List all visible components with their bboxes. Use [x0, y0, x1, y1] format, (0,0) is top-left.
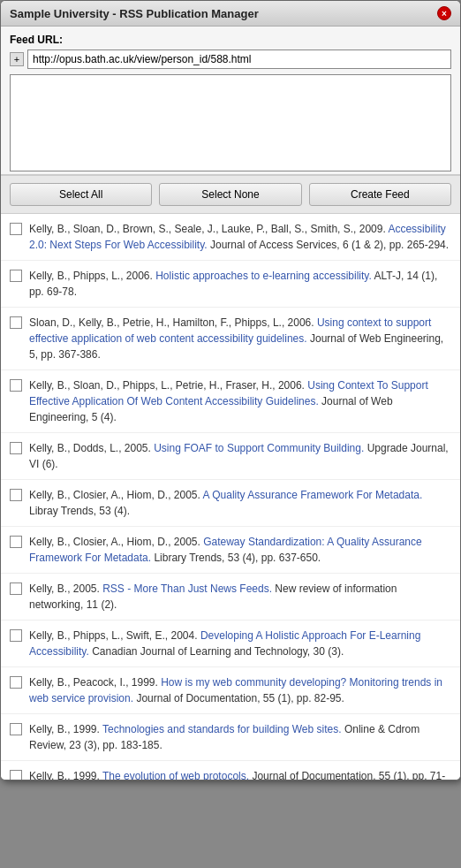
list-item: Kelly, B., Phipps, L., 2006. Holistic ap…	[1, 261, 460, 308]
item-text: Kelly, B., 1999. Technologies and standa…	[29, 721, 451, 753]
expand-button[interactable]: +	[10, 52, 24, 66]
item-text: Sloan, D., Kelly, B., Petrie, H., Hamilt…	[29, 315, 451, 362]
item-text: Kelly, B., 2005. RSS - More Than Just Ne…	[29, 581, 451, 613]
item-text: Kelly, B., Dodds, L., 2005. Using FOAF t…	[29, 440, 451, 472]
item-checkbox[interactable]	[10, 316, 22, 329]
item-checkbox[interactable]	[10, 629, 22, 642]
item-text: Kelly, B., 1999. The evolution of web pr…	[29, 768, 451, 780]
item-link[interactable]: Using FOAF to Support Community Building…	[154, 442, 364, 454]
list-item: Sloan, D., Kelly, B., Petrie, H., Hamilt…	[1, 308, 460, 370]
item-text: Kelly, B., Closier, A., Hiom, D., 2005. …	[29, 534, 451, 566]
item-link[interactable]: Using Context To Support Effective Appli…	[29, 379, 428, 407]
item-checkbox[interactable]	[10, 442, 22, 454]
window-title: Sample University - RSS Publication Mana…	[10, 7, 259, 20]
item-text: Kelly, B., Phipps, L., 2006. Holistic ap…	[29, 268, 451, 300]
item-link[interactable]: Using context to support effective appli…	[29, 316, 431, 345]
select-all-button[interactable]: Select All	[10, 183, 152, 206]
list-item: Kelly, B., 2005. RSS - More Than Just Ne…	[1, 574, 460, 621]
url-row: +	[10, 49, 451, 69]
list-item: Kelly, B., Sloan, D., Phipps, L., Petrie…	[1, 370, 460, 433]
list-item: Kelly, B., 1999. The evolution of web pr…	[1, 761, 460, 780]
main-window: Sample University - RSS Publication Mana…	[0, 0, 461, 780]
url-label: Feed URL:	[10, 34, 451, 46]
create-feed-button[interactable]: Create Feed	[309, 183, 451, 206]
item-link[interactable]: RSS - More Than Just News Feeds.	[102, 582, 272, 595]
list-item: Kelly, B., Dodds, L., 2005. Using FOAF t…	[1, 433, 460, 480]
select-none-button[interactable]: Select None	[159, 183, 301, 206]
item-checkbox[interactable]	[10, 536, 22, 548]
item-text: Kelly, B., Phipps, L., Swift, E., 2004. …	[29, 628, 451, 659]
item-link[interactable]: A Quality Assurance Framework For Metada…	[203, 489, 423, 501]
list-item: Kelly, B., Sloan, D., Brown, S., Seale, …	[1, 214, 460, 261]
item-checkbox[interactable]	[10, 723, 22, 735]
close-button[interactable]: ×	[437, 6, 451, 20]
url-section: Feed URL: +	[1, 27, 460, 175]
item-checkbox[interactable]	[10, 489, 22, 501]
list-item: Kelly, B., Peacock, I., 1999. How is my …	[1, 667, 460, 714]
item-link[interactable]: Accessibility 2.0: Next Steps For Web Ac…	[29, 223, 446, 251]
item-checkbox[interactable]	[10, 379, 22, 392]
item-link[interactable]: Holistic approaches to e-learning access…	[155, 270, 372, 282]
button-bar: Select All Select None Create Feed	[1, 175, 460, 214]
title-bar: Sample University - RSS Publication Mana…	[1, 1, 460, 27]
item-checkbox[interactable]	[10, 270, 22, 282]
list-item: Kelly, B., Closier, A., Hiom, D., 2005. …	[1, 480, 460, 527]
item-text: Kelly, B., Sloan, D., Brown, S., Seale, …	[29, 221, 451, 253]
items-list: Kelly, B., Sloan, D., Brown, S., Seale, …	[1, 214, 460, 780]
item-link[interactable]: Gateway Standardization: A Quality Assur…	[29, 536, 422, 564]
item-text: Kelly, B., Peacock, I., 1999. How is my …	[29, 674, 451, 706]
item-link[interactable]: Technologies and standards for building …	[102, 723, 342, 735]
list-item: Kelly, B., Phipps, L., Swift, E., 2004. …	[1, 621, 460, 667]
url-textarea[interactable]	[10, 74, 451, 171]
item-text: Kelly, B., Closier, A., Hiom, D., 2005. …	[29, 487, 451, 519]
item-checkbox[interactable]	[10, 676, 22, 689]
item-checkbox[interactable]	[10, 770, 22, 780]
item-checkbox[interactable]	[10, 223, 22, 235]
item-checkbox[interactable]	[10, 582, 22, 595]
list-item: Kelly, B., 1999. Technologies and standa…	[1, 714, 460, 761]
list-item: Kelly, B., Closier, A., Hiom, D., 2005. …	[1, 527, 460, 574]
item-link[interactable]: Developing A Holistic Approach For E-Lea…	[29, 629, 420, 658]
item-link[interactable]: The evolution of web protocols.	[102, 770, 249, 780]
item-link[interactable]: How is my web community developing? Moni…	[29, 676, 442, 704]
url-input[interactable]	[27, 49, 451, 69]
item-text: Kelly, B., Sloan, D., Phipps, L., Petrie…	[29, 377, 451, 425]
